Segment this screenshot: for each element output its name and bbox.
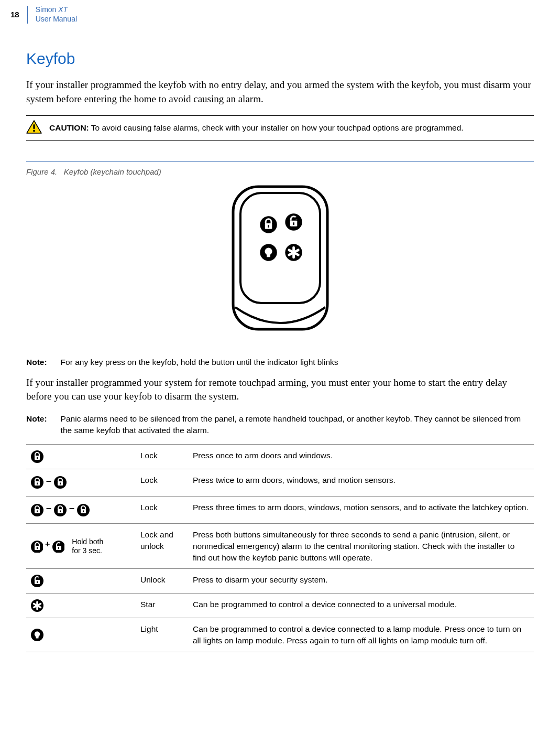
icon-cell (26, 618, 136, 652)
svg-rect-13 (33, 124, 35, 129)
hold-instruction: Hold bothfor 3 sec. (72, 537, 103, 555)
desc-cell: Press once to arm doors and windows. (189, 444, 534, 469)
desc-cell: Press both buttons simultaneously for th… (189, 524, 534, 569)
table-row: Unlock Press to disarm your security sys… (26, 569, 534, 594)
page-header: 18 Simon XT User Manual (10, 5, 534, 24)
desc-cell: Can be programmed to control a device co… (189, 618, 534, 652)
unlock-icon (30, 574, 44, 588)
page-number: 18 (10, 10, 27, 19)
label-cell: Lock (136, 496, 189, 523)
table-row: Star Can be programmed to control a devi… (26, 594, 534, 618)
doc-title-line1: Simon XT (36, 5, 68, 14)
mid-paragraph: If your installer programmed your system… (26, 376, 534, 404)
label-cell: Unlock (136, 569, 189, 594)
table-row: Light Can be programmed to control a dev… (26, 618, 534, 652)
label-cell: Light (136, 618, 189, 652)
desc-cell: Press three times to arm doors, windows,… (189, 496, 534, 523)
svg-point-14 (33, 130, 35, 132)
icon-cell: – – (26, 496, 136, 523)
section-heading: Keyfob (26, 50, 534, 68)
label-cell: Lock and unlock (136, 524, 189, 569)
table-row: Lock Press once to arm doors and windows… (26, 444, 534, 469)
header-divider (27, 6, 28, 24)
desc-cell: Press to disarm your security system. (189, 569, 534, 594)
doc-title-line2: User Manual (36, 15, 77, 23)
desc-cell: Can be programmed to control a device co… (189, 594, 534, 618)
lock-icon (30, 450, 44, 463)
note-2: Note: Panic alarms need to be silenced f… (26, 413, 534, 437)
lock-icon (30, 476, 44, 489)
document-title: Simon XT User Manual (36, 5, 77, 24)
desc-cell: Press twice to arm doors, windows, and m… (189, 469, 534, 496)
lock-icon (53, 476, 67, 489)
label-cell: Lock (136, 469, 189, 496)
icon-cell: – (26, 469, 136, 496)
icon-cell (26, 444, 136, 469)
caution-box: CAUTION: To avoid causing false alarms, … (26, 115, 534, 141)
icon-cell: + Hold bothfor 3 sec. (26, 524, 136, 569)
table-row: – Lock Press twice to arm doors, windows… (26, 469, 534, 496)
lock-icon (53, 503, 67, 517)
label-cell: Lock (136, 444, 189, 469)
lock-icon (30, 540, 43, 553)
caution-icon (26, 120, 42, 136)
light-icon (30, 628, 44, 642)
keyfob-figure (26, 181, 534, 341)
unlock-icon (52, 540, 64, 553)
icon-cell (26, 594, 136, 618)
icon-cell (26, 569, 136, 594)
caution-text: CAUTION: To avoid causing false alarms, … (49, 123, 464, 133)
intro-paragraph: If your installer programmed the keyfob … (26, 78, 534, 106)
lock-icon (30, 503, 44, 517)
table-row: + Hold bothfor 3 sec. Lock and unlock Pr… (26, 524, 534, 569)
figure-caption: Figure 4. Keyfob (keychain touchpad) (26, 161, 534, 176)
table-row: – – Lock Press three times to arm doors,… (26, 496, 534, 523)
svg-rect-16 (240, 193, 320, 303)
star-icon (30, 599, 44, 612)
keyfob-table: Lock Press once to arm doors and windows… (26, 444, 534, 652)
note-1: Note: For any key press on the keyfob, h… (26, 357, 534, 368)
lock-icon (76, 503, 90, 517)
label-cell: Star (136, 594, 189, 618)
